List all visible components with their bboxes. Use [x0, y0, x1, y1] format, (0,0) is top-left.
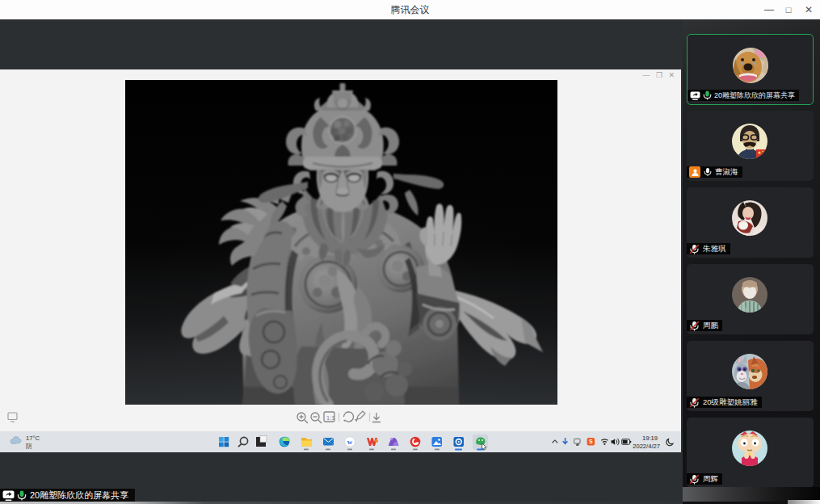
svg-text:S: S — [589, 439, 593, 444]
svg-text:1:1: 1:1 — [326, 414, 334, 422]
svg-text:w: w — [347, 438, 353, 446]
svg-text:17°C: 17°C — [26, 435, 40, 442]
svg-text:19:19: 19:19 — [642, 435, 658, 442]
svg-text:阴: 阴 — [26, 443, 32, 450]
svg-text:2022/4/27: 2022/4/27 — [633, 443, 660, 450]
